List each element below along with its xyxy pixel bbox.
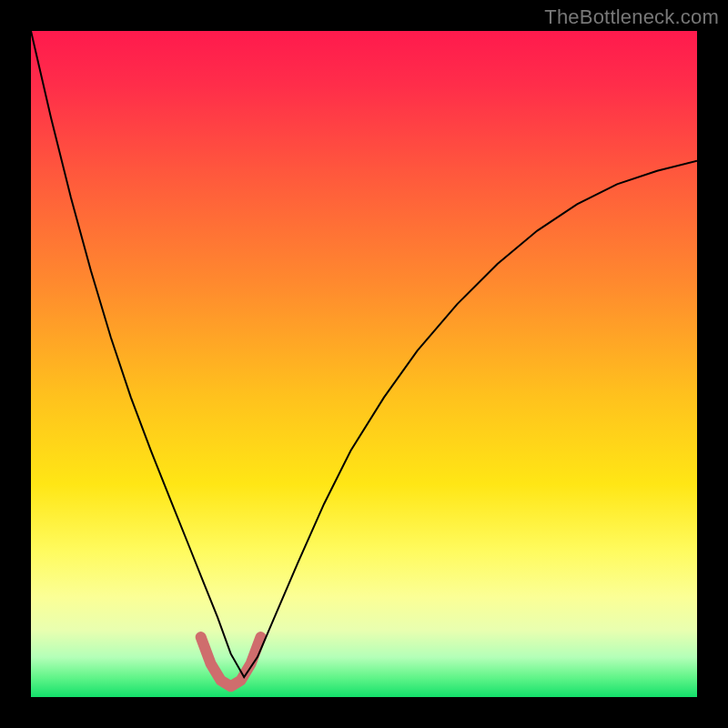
curve-path bbox=[31, 31, 697, 677]
bottom-highlight-path bbox=[201, 637, 261, 686]
chart-frame bbox=[31, 31, 697, 697]
watermark-label: TheBottleneck.com bbox=[544, 5, 719, 29]
chart-svg bbox=[31, 31, 697, 697]
